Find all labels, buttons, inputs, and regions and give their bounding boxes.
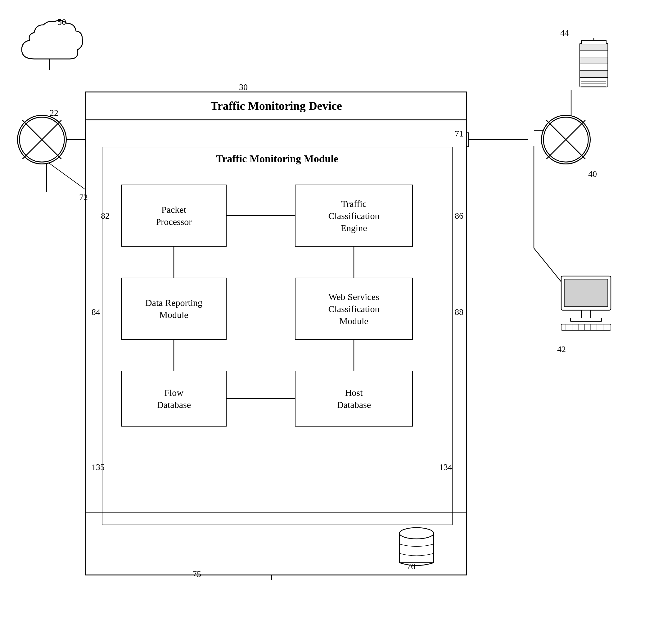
tmm-label: Traffic Monitoring Module xyxy=(102,153,452,165)
ref-30: 30 xyxy=(239,82,248,92)
web-services-label: Web ServicesClassificationModule xyxy=(329,291,380,327)
svg-rect-43 xyxy=(564,279,608,307)
packet-processor-label: PacketProcessor xyxy=(156,204,192,228)
svg-rect-45 xyxy=(571,318,602,322)
svg-rect-36 xyxy=(580,77,608,87)
traffic-classification-label: TrafficClassificationEngine xyxy=(329,198,380,234)
tmd-title-bar: Traffic Monitoring Device xyxy=(86,92,466,120)
ref-44: 44 xyxy=(560,28,569,38)
ref-88: 88 xyxy=(455,307,463,317)
svg-rect-35 xyxy=(580,71,608,77)
host-database-label: HostDatabase xyxy=(337,386,371,411)
data-reporting-label: Data ReportingModule xyxy=(145,297,202,321)
svg-rect-32 xyxy=(580,50,608,57)
svg-rect-40 xyxy=(581,40,606,44)
ref-71: 71 xyxy=(455,129,463,139)
server-icon xyxy=(574,31,614,99)
tmm-box: Traffic Monitoring Module PacketProcesso… xyxy=(102,147,453,525)
traffic-classification-box: TrafficClassificationEngine xyxy=(295,185,413,247)
ref-72: 72 xyxy=(79,192,88,202)
computer-icon xyxy=(555,273,617,335)
ref-82: 82 xyxy=(101,211,110,221)
ref-50: 50 xyxy=(57,17,66,27)
web-services-box: Web ServicesClassificationModule xyxy=(295,278,413,340)
ref-86: 86 xyxy=(455,211,463,221)
database-cylinder-icon xyxy=(392,523,441,572)
svg-point-61 xyxy=(400,528,434,539)
router-right-icon xyxy=(541,115,591,165)
cloud-icon xyxy=(15,15,87,71)
svg-rect-33 xyxy=(580,57,608,64)
ref-84: 84 xyxy=(91,307,100,317)
data-reporting-box: Data ReportingModule xyxy=(121,278,227,340)
ref-134: 134 xyxy=(439,462,452,472)
flow-database-label: FlowDatabase xyxy=(157,386,191,411)
ref-135: 135 xyxy=(91,462,104,472)
svg-rect-44 xyxy=(581,310,591,318)
ref-75: 75 xyxy=(192,569,201,579)
ref-40: 40 xyxy=(588,169,597,179)
ref-42: 42 xyxy=(557,344,566,354)
svg-rect-46 xyxy=(561,324,611,330)
flow-database-box: FlowDatabase xyxy=(121,371,227,426)
router-left-icon xyxy=(17,115,67,165)
svg-rect-34 xyxy=(580,64,608,71)
packet-processor-box: PacketProcessor xyxy=(121,185,227,247)
svg-rect-31 xyxy=(580,43,608,50)
tmd-outer-box: Traffic Monitoring Device Traffic Monito… xyxy=(85,91,467,576)
host-database-box: HostDatabase xyxy=(295,371,413,426)
tmd-title: Traffic Monitoring Device xyxy=(210,99,342,113)
ref-76: 76 xyxy=(407,562,415,571)
ref-22: 22 xyxy=(50,108,58,118)
